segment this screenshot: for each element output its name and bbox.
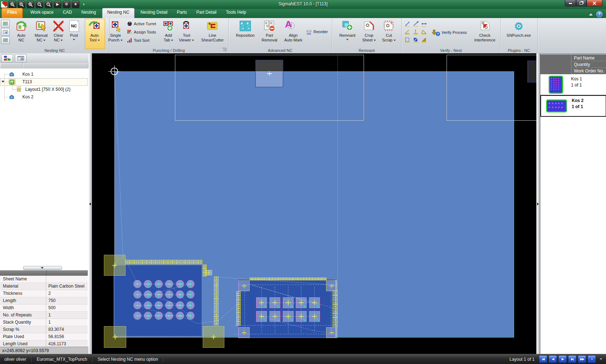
tab-work-space[interactable]: Work-space (26, 8, 58, 18)
corner-punch-block (104, 326, 126, 348)
measure-area-button[interactable] (412, 36, 420, 44)
nested-part-kos-2[interactable] (238, 279, 335, 338)
property-value[interactable]: 1 (46, 319, 88, 326)
tree-item-layout1-750-x-500-2[interactable]: Layout1 [750 X 500] (2) (0, 86, 88, 93)
tab-nesting-detail[interactable]: Nesting Detail (136, 8, 172, 18)
property-value[interactable]: 83.3074 (46, 326, 88, 333)
measure-angle-button[interactable] (420, 28, 428, 36)
align-auto-mark-button[interactable]: A Align Auto Mark (281, 19, 305, 48)
last-layout-button[interactable]: ▶| (568, 355, 576, 363)
tree-guide (4, 74, 9, 75)
clear-nc-button[interactable]: Clear NC (50, 19, 66, 48)
tree-header-cell[interactable] (23, 63, 88, 68)
snpunch-button[interactable]: ⚙ SNPunch.exe (505, 19, 532, 48)
post-button[interactable]: NC Post (67, 19, 81, 48)
status-hint: Select Nesting NC menu option (93, 356, 163, 363)
check-interference-icon (471, 19, 499, 32)
auto-tool-button[interactable]: Auto Tool (85, 19, 104, 48)
left-splitter[interactable] (88, 53, 92, 354)
property-value[interactable] (46, 276, 88, 283)
reposition-button[interactable]: Reposition (233, 19, 258, 48)
part-thumbnail-image (549, 76, 563, 94)
assign-tools-button[interactable]: Assign Tools (127, 29, 156, 35)
tab-tools-help[interactable]: Tools Help (221, 8, 251, 18)
right-splitter[interactable] (536, 53, 540, 354)
nested-part-kos-1[interactable] (114, 265, 202, 337)
title-bar: ▶⚙★▾ SigmaNEST 10.0 - [T113] (0, 0, 606, 9)
property-row-thickness: Thickness2 (0, 290, 88, 297)
ribbon-tab-bar: FilesWork-spaceCADNestingNesting NCNesti… (0, 9, 606, 18)
layout-navigator: Layout 1 of 1 |◀◀▶▶|▶▶+ (510, 355, 606, 363)
measure-distance-point-button[interactable] (412, 20, 420, 28)
panel-collapse-handle[interactable] (23, 266, 62, 270)
first-layout-button[interactable]: |◀ (539, 355, 547, 363)
punch-hit (142, 260, 147, 264)
property-value[interactable]: 750 (46, 297, 88, 304)
tab-nesting-nc[interactable]: Nesting NC (102, 8, 134, 18)
part-row-kos-1[interactable]: Kos 11 of 1 (540, 74, 606, 95)
measure-surface-button[interactable] (420, 36, 428, 44)
cut-scrap-icon (379, 19, 398, 32)
sheet-properties-table: Sheet NameMaterialPlain Carbon SteelThic… (0, 270, 88, 348)
tree-item-kos-2[interactable]: Kos 2 (0, 93, 88, 101)
nesting-canvas[interactable] (92, 53, 536, 354)
measure-angle-line-button[interactable] (403, 28, 411, 36)
measure-distance-button[interactable] (403, 20, 411, 28)
punch-dot (551, 80, 552, 81)
property-value[interactable]: 56.8156 (46, 333, 88, 340)
jump-layout-button[interactable]: ▶▶ (578, 355, 586, 363)
minimize-button[interactable] (565, 0, 576, 6)
cut-scrap-button[interactable]: Cut Scrap (379, 19, 398, 48)
previous-layout-button[interactable]: ◀ (549, 355, 557, 363)
mini-part-button[interactable] (1, 36, 10, 44)
verify-process-button[interactable]: ? Verify Process (432, 30, 467, 35)
tool-viewer-button[interactable]: Tool Viewer (177, 19, 196, 48)
dialog-launcher-icon[interactable] (222, 48, 226, 52)
tree-item-kos-1[interactable]: Kos 1 (0, 71, 88, 78)
crop-sheet-button[interactable]: Crop Sheet (359, 19, 379, 48)
tab-nesting[interactable]: Nesting (77, 8, 101, 18)
mini-nest-button[interactable] (1, 20, 10, 27)
remnant-button[interactable]: Remnant (337, 19, 358, 48)
tree-item-t113[interactable]: T113 (0, 78, 88, 86)
properties-header (0, 270, 88, 276)
mini-view-button[interactable] (1, 28, 10, 36)
measure-horizontal-button[interactable] (420, 20, 428, 28)
restore-button[interactable] (576, 0, 587, 6)
expand-caret-icon[interactable] (1, 81, 4, 83)
close-button[interactable] (587, 0, 602, 6)
collapse-ribbon-icon[interactable] (589, 13, 593, 15)
punch-dot (558, 103, 559, 104)
property-value[interactable]: 1 (46, 312, 88, 319)
active-turret-button[interactable]: Active Turret (127, 21, 156, 27)
part-removal-button[interactable]: Part Removal (259, 19, 280, 48)
measure-perimeter-button[interactable] (403, 36, 411, 44)
reorder-button[interactable]: 123 Reorder (306, 29, 328, 35)
tab-files[interactable]: Files (1, 8, 23, 18)
property-value[interactable]: 500 (46, 305, 88, 311)
tree-view-button[interactable] (1, 54, 13, 62)
next-layout-button[interactable]: ▶ (558, 355, 567, 363)
group-label: Plugins - NC (500, 48, 537, 53)
manual-nc-button[interactable]: Manual NC (32, 19, 50, 48)
auto-nc-button[interactable]: Auto NC (12, 19, 31, 48)
single-punch-button[interactable]: Single Punch (106, 19, 125, 48)
tab-cad[interactable]: CAD (58, 8, 76, 18)
add-layout-button[interactable]: + (588, 355, 596, 363)
measure-ordinate-button[interactable] (412, 28, 420, 36)
window-controls (565, 0, 602, 6)
layout-menu-icon[interactable] (600, 358, 602, 360)
line-shear-cutter-button[interactable]: Line Shear/Cutter (198, 19, 227, 48)
tab-part-detail[interactable]: Part Detail (192, 8, 221, 18)
property-value[interactable]: 2 (46, 290, 88, 297)
tab-parts[interactable]: Parts (172, 8, 192, 18)
tool-sort-button[interactable]: Tool Sort (127, 37, 149, 43)
properties-view-button[interactable] (15, 54, 27, 62)
help-button[interactable]: ? (596, 11, 602, 17)
check-interference-button[interactable]: Check Interference (471, 19, 499, 48)
add-tab-button[interactable]: Add Tab (161, 19, 176, 48)
tree-header-cell[interactable] (0, 63, 23, 68)
property-value[interactable]: Plain Carbon Steel (46, 283, 88, 290)
part-row-kos-2[interactable]: Kos 21 of 1 (540, 95, 606, 117)
button-label: Reorder (313, 30, 328, 34)
